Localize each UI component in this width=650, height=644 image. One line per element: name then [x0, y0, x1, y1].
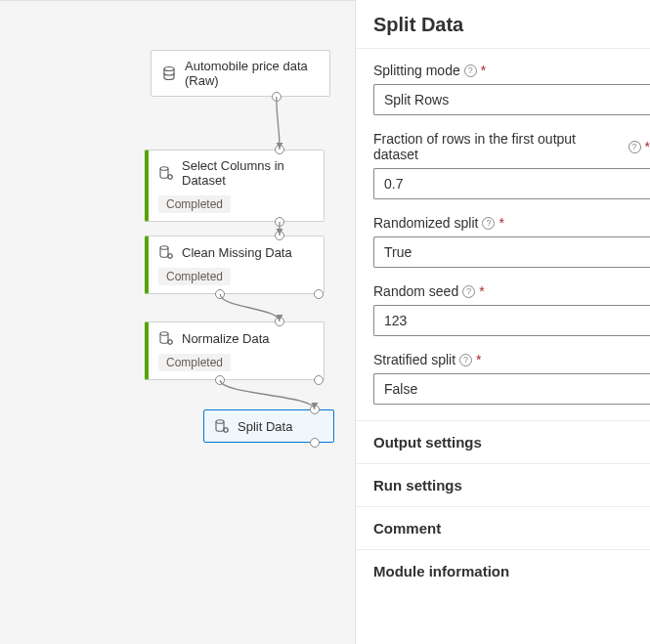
- pipeline-node[interactable]: Select Columns in DatasetCompleted: [145, 150, 325, 222]
- panel-section-header[interactable]: Run settings: [356, 463, 650, 506]
- panel-sections: Output settingsRun settingsCommentModule…: [356, 420, 650, 592]
- svg-point-0: [164, 67, 174, 71]
- pipeline-node[interactable]: Normalize DataCompleted: [145, 322, 325, 380]
- node-header: Normalize Data: [149, 322, 324, 354]
- field-label-text: Fraction of rows in the first output dat…: [373, 131, 625, 162]
- pipeline-node[interactable]: Automobile price data (Raw): [151, 50, 330, 97]
- field-label-text: Stratified split: [373, 352, 455, 367]
- info-icon[interactable]: ?: [464, 64, 477, 77]
- node-status: Completed: [149, 195, 324, 221]
- field-input[interactable]: [373, 84, 650, 115]
- info-icon[interactable]: ?: [628, 141, 641, 153]
- node-title: Select Columns in Dataset: [182, 158, 314, 188]
- field-label: Fraction of rows in the first output dat…: [373, 131, 650, 162]
- required-indicator: *: [498, 215, 503, 231]
- output-port[interactable]: [275, 217, 284, 227]
- module-icon: [214, 418, 230, 434]
- output-port[interactable]: [310, 438, 320, 448]
- node-title: Clean Missing Data: [182, 245, 292, 260]
- node-title: Split Data: [238, 419, 292, 434]
- field-label: Splitting mode?*: [373, 63, 650, 78]
- input-port[interactable]: [310, 405, 320, 414]
- property-field: Fraction of rows in the first output dat…: [373, 131, 650, 199]
- input-port[interactable]: [275, 317, 284, 326]
- dataset-icon: [161, 65, 177, 81]
- info-icon[interactable]: ?: [482, 217, 495, 230]
- field-label-text: Random seed: [373, 283, 458, 299]
- property-field: Random seed?*: [373, 283, 650, 336]
- svg-point-5: [160, 332, 168, 336]
- panel-section-header[interactable]: Output settings: [356, 420, 650, 463]
- field-label: Random seed?*: [373, 283, 650, 299]
- panel-title: Split Data: [356, 0, 650, 48]
- field-input[interactable]: [373, 305, 650, 336]
- status-badge: Completed: [158, 268, 231, 285]
- field-input[interactable]: [373, 168, 650, 199]
- info-icon[interactable]: ?: [459, 354, 472, 366]
- svg-point-7: [216, 420, 224, 424]
- required-indicator: *: [476, 352, 481, 367]
- output-port[interactable]: [215, 375, 225, 385]
- pipeline-node[interactable]: Clean Missing DataCompleted: [145, 236, 325, 294]
- property-field: Splitting mode?*: [373, 63, 650, 115]
- panel-section-header[interactable]: Module information: [356, 549, 650, 592]
- status-badge: Completed: [158, 195, 231, 213]
- node-status: Completed: [149, 268, 324, 293]
- panel-body: Splitting mode?*Fraction of rows in the …: [356, 49, 650, 405]
- required-indicator: *: [479, 283, 484, 299]
- field-input[interactable]: [373, 236, 650, 268]
- property-field: Randomized split?*: [373, 215, 650, 268]
- svg-point-3: [160, 246, 168, 250]
- field-input[interactable]: [373, 373, 650, 405]
- properties-panel: Split Data Splitting mode?*Fraction of r…: [355, 0, 650, 644]
- node-header: Clean Missing Data: [149, 236, 324, 268]
- node-header: Select Columns in Dataset: [149, 150, 324, 195]
- panel-section-header[interactable]: Comment: [356, 506, 650, 549]
- module-icon: [158, 330, 174, 346]
- field-label: Stratified split?*: [373, 352, 650, 367]
- node-header: Automobile price data (Raw): [152, 51, 329, 96]
- output-port[interactable]: [314, 375, 324, 385]
- output-port[interactable]: [314, 289, 324, 299]
- svg-point-1: [160, 167, 168, 171]
- field-label: Randomized split?*: [373, 215, 650, 231]
- output-port[interactable]: [215, 289, 225, 299]
- node-title: Normalize Data: [182, 331, 270, 346]
- field-label-text: Splitting mode: [373, 63, 460, 78]
- input-port[interactable]: [275, 231, 284, 240]
- node-status: Completed: [149, 354, 324, 379]
- required-indicator: *: [481, 63, 486, 78]
- node-title: Automobile price data (Raw): [185, 59, 320, 88]
- required-indicator: *: [645, 139, 650, 154]
- module-icon: [158, 244, 174, 260]
- input-port[interactable]: [275, 145, 284, 154]
- module-icon: [158, 165, 174, 181]
- field-label-text: Randomized split: [373, 215, 478, 231]
- property-field: Stratified split?*: [373, 352, 650, 405]
- info-icon[interactable]: ?: [462, 285, 475, 298]
- output-port[interactable]: [272, 92, 282, 102]
- status-badge: Completed: [158, 354, 231, 371]
